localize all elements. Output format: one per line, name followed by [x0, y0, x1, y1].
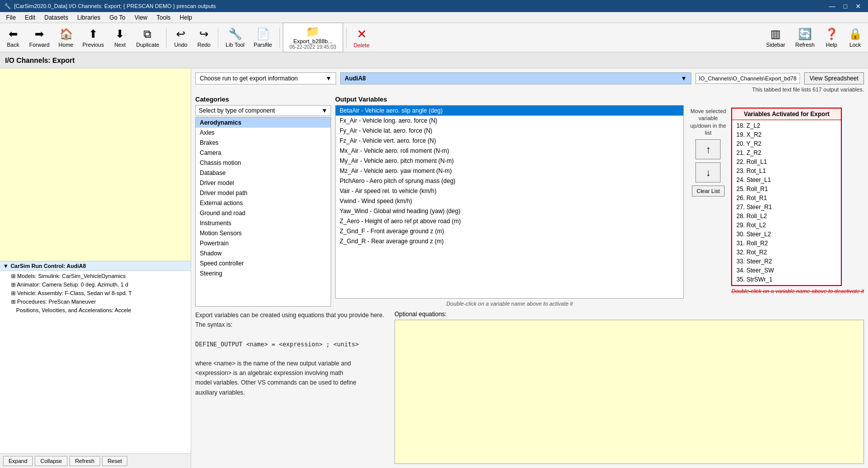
tree-header: ▼ CarSim Run Control: AudiA8 — [0, 261, 191, 271]
expand-button[interactable]: Expand — [3, 456, 33, 466]
export-file-button[interactable]: 📁 Export_b288b... 06-22-2022 19:45:03 — [283, 23, 343, 52]
var-item-10[interactable]: Yaw_Wind - Global wind heading (yaw) (de… — [336, 206, 683, 216]
home-button[interactable]: 🏠 Home — [54, 25, 77, 51]
act-item-16[interactable]: 34. Steer_SW — [734, 266, 839, 275]
cat-item-speed-controller[interactable]: Speed controller — [196, 258, 331, 268]
sidebar-button[interactable]: ▥ Sidebar — [762, 25, 790, 51]
act-item-9[interactable]: 27. Steer_R1 — [734, 203, 839, 212]
act-item-3[interactable]: 21. Z_R2 — [734, 148, 839, 157]
menu-tools[interactable]: Tools — [152, 13, 175, 22]
menu-view[interactable]: View — [130, 13, 151, 22]
menu-file[interactable]: File — [2, 13, 20, 22]
next-button[interactable]: ⬇ Next — [109, 25, 131, 51]
cat-item-chassis-motion[interactable]: Chassis motion — [196, 158, 331, 168]
forward-button[interactable]: ➡ Forward — [25, 25, 53, 51]
act-item-12[interactable]: 30. Steer_L2 — [734, 230, 839, 239]
output-variables-list[interactable]: BetaAir - Vehicle aero. slip angle (deg)… — [335, 105, 684, 299]
var-item-2[interactable]: Fy_Air - Vehicle lat. aero. force (N) — [336, 126, 683, 136]
act-item-5[interactable]: 23. Rot_L1 — [734, 166, 839, 175]
var-item-0[interactable]: BetaAir - Vehicle aero. slip angle (deg) — [336, 106, 683, 116]
act-item-17[interactable]: 35. StrSWr_1 — [734, 275, 839, 284]
menu-goto[interactable]: Go To — [105, 13, 129, 22]
act-item-6[interactable]: 24. Steer_L1 — [734, 175, 839, 184]
var-item-13[interactable]: Z_Gnd_R - Rear average ground z (m) — [336, 236, 683, 246]
optional-equations-textarea[interactable] — [394, 320, 864, 464]
cat-item-ground-and-road[interactable]: Ground and road — [196, 208, 331, 218]
maximize-button[interactable]: □ — [840, 3, 850, 10]
activated-variables-list[interactable]: 18. Z_L2 19. X_R2 20. Y_R2 21. Z_R2 22. … — [732, 120, 841, 285]
cat-item-shadow[interactable]: Shadow — [196, 248, 331, 258]
cat-item-database[interactable]: Database — [196, 168, 331, 178]
tree-content[interactable]: ⊞ Models: Simulink: CarSim_VehicleDynami… — [0, 271, 191, 454]
redo-button[interactable]: ↪ Redo — [193, 25, 215, 51]
var-item-4[interactable]: Mx_Air - Vehicle aero. roll moment (N-m) — [336, 146, 683, 156]
delete-button[interactable]: ✕ Delete — [350, 25, 374, 51]
cat-item-powertrain[interactable]: Powertrain — [196, 238, 331, 248]
tree-item-procedures[interactable]: ⊞ Procedures: PreScan Maneuver — [1, 298, 190, 306]
act-item-7[interactable]: 25. Roll_R1 — [734, 184, 839, 194]
view-spreadsheet-button[interactable]: View Spreadsheet — [804, 72, 864, 84]
menu-help[interactable]: Help — [176, 13, 196, 22]
menu-edit[interactable]: Edit — [21, 13, 39, 22]
back-button[interactable]: ⬅ Back — [2, 25, 24, 51]
var-item-11[interactable]: Z_Aero - Height of aero ref pt above roa… — [336, 216, 683, 226]
act-item-4[interactable]: 22. Roll_L1 — [734, 157, 839, 166]
toolbar-refresh-button[interactable]: 🔄 Refresh — [791, 25, 819, 51]
previous-button[interactable]: ⬆ Previous — [78, 25, 108, 51]
categories-list[interactable]: Aerodynamics Axles Brakes Camera Chassis… — [195, 117, 331, 307]
cat-item-driver-model-path[interactable]: Driver model path — [196, 188, 331, 198]
cat-item-camera[interactable]: Camera — [196, 148, 331, 158]
vehicle-dropdown[interactable]: AudiA8 ▼ — [340, 72, 691, 84]
close-button[interactable]: ✕ — [852, 3, 864, 10]
var-item-1[interactable]: Fx_Air - Vehicle long. aero. force (N) — [336, 116, 683, 126]
move-down-button[interactable]: ↓ — [695, 162, 721, 182]
move-up-button[interactable]: ↑ — [695, 139, 721, 159]
collapse-button[interactable]: Collapse — [35, 456, 67, 466]
clear-list-button[interactable]: Clear List — [692, 185, 724, 197]
var-item-3[interactable]: Fz_Air - Vehicle vert. aero. force (N) — [336, 136, 683, 146]
act-item-13[interactable]: 31. Roll_R2 — [734, 239, 839, 248]
lock-button[interactable]: 🔒 Lock — [844, 25, 866, 51]
tree-item-vehicle[interactable]: ⊞ Vehicle: Assembly: F-Class, Sedan w/ 8… — [1, 289, 190, 298]
reset-button[interactable]: Reset — [102, 456, 128, 466]
expand-icon: ⊞ — [11, 290, 16, 296]
var-item-6[interactable]: Mz_Air - Vehicle aero. yaw moment (N-m) — [336, 166, 683, 176]
var-item-12[interactable]: Z_Gnd_F - Front average ground z (m) — [336, 226, 683, 236]
type-dropdown[interactable]: Select by type of component ▼ — [195, 105, 331, 116]
var-item-5[interactable]: My_Air - Vehicle aero. pitch moment (N-m… — [336, 156, 683, 166]
act-item-14[interactable]: 32. Rot_R2 — [734, 248, 839, 257]
act-item-8[interactable]: 26. Rot_R1 — [734, 194, 839, 203]
choose-run-dropdown[interactable]: Choose run to get export information ▼ — [195, 72, 336, 84]
cat-item-steering[interactable]: Steering — [196, 268, 331, 278]
var-item-7[interactable]: PtchAero - Aero pitch of sprung mass (de… — [336, 176, 683, 186]
act-item-2[interactable]: 20. Y_R2 — [734, 139, 839, 148]
var-item-9[interactable]: Vwind - Wind speed (km/h) — [336, 196, 683, 206]
cat-item-motion-sensors[interactable]: Motion Sensors — [196, 228, 331, 238]
home-icon: 🏠 — [59, 28, 73, 41]
tree-item-positions[interactable]: Positions, Velocities, and Accelerations… — [1, 306, 190, 314]
menu-datasets[interactable]: Datasets — [40, 13, 72, 22]
act-item-1[interactable]: 19. X_R2 — [734, 130, 839, 139]
cat-item-external-actions[interactable]: External actions — [196, 198, 331, 208]
duplicate-button[interactable]: ⧉ Duplicate — [132, 25, 163, 51]
parsfile-button[interactable]: 📄 Parsfile — [250, 25, 276, 51]
var-item-8[interactable]: Vair - Air speed rel. to vehicle (km/h) — [336, 186, 683, 196]
act-item-0[interactable]: 18. Z_L2 — [734, 121, 839, 130]
lib-tool-button[interactable]: 🔧 Lib Tool — [221, 25, 249, 51]
refresh-button[interactable]: Refresh — [69, 456, 100, 466]
cat-item-aerodynamics[interactable]: Aerodynamics — [196, 118, 331, 128]
act-item-15[interactable]: 33. Steer_R2 — [734, 257, 839, 266]
help-button[interactable]: ❓ Help — [821, 25, 842, 51]
act-item-10[interactable]: 28. Roll_L2 — [734, 212, 839, 221]
tree-item-models[interactable]: ⊞ Models: Simulink: CarSim_VehicleDynami… — [1, 272, 190, 280]
cat-item-instruments[interactable]: Instruments — [196, 218, 331, 228]
refresh-icon: 🔄 — [798, 28, 812, 41]
menu-libraries[interactable]: Libraries — [73, 13, 104, 22]
cat-item-driver-model[interactable]: Driver model — [196, 178, 331, 188]
cat-item-axles[interactable]: Axles — [196, 128, 331, 138]
cat-item-brakes[interactable]: Brakes — [196, 138, 331, 148]
tree-item-animator[interactable]: ⊞ Animator: Camera Setup: 0 deg. Azimuth… — [1, 280, 190, 289]
act-item-11[interactable]: 29. Rot_L2 — [734, 221, 839, 230]
undo-button[interactable]: ↩ Undo — [170, 25, 192, 51]
minimize-button[interactable]: — — [826, 3, 838, 10]
